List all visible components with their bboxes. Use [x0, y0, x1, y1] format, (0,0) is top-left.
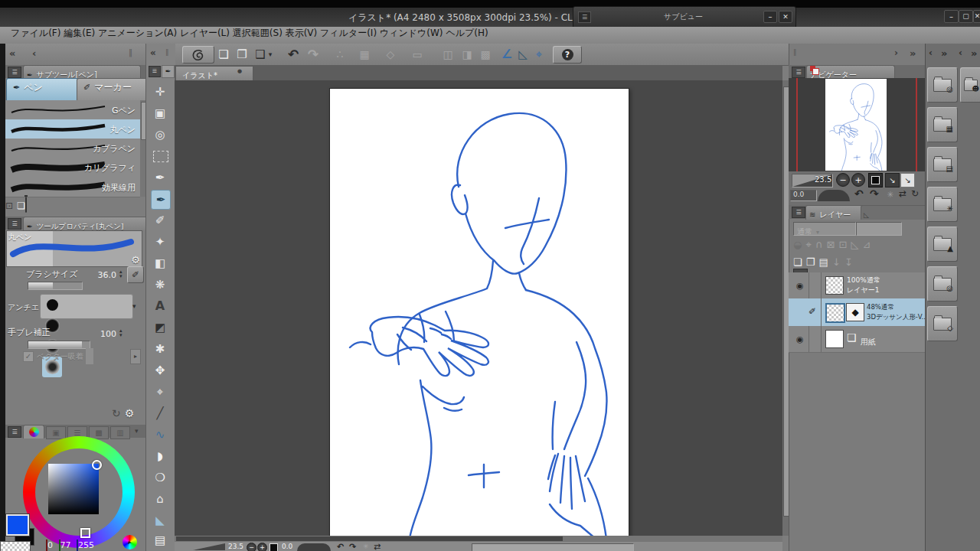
figure-tool-icon[interactable]: ◣ — [151, 511, 169, 530]
right-panel-handle[interactable]: ‖ — [793, 48, 797, 56]
new-folder-icon[interactable]: ▤ — [819, 256, 828, 268]
material-collapse-icon-2[interactable]: ‹ — [959, 47, 962, 58]
fill-tool-icon[interactable]: ✱ — [151, 340, 169, 358]
foreground-color-swatch[interactable] — [6, 514, 29, 536]
menu-layer[interactable]: レイヤー(L) — [180, 28, 230, 38]
toolprop-menu-icon[interactable]: ☰ — [8, 218, 21, 230]
select-all-icon[interactable]: ▦ — [357, 47, 372, 62]
nav-flip-horizontal-icon[interactable]: ⇄ — [899, 188, 906, 199]
brush-row-gpen[interactable]: Gペン — [5, 100, 140, 120]
panel-drag-handle[interactable]: ‖ — [129, 48, 132, 57]
layer-palette-icon[interactable]: ◒ — [793, 239, 802, 250]
layer1-thumbnail[interactable] — [825, 276, 844, 295]
antialias-none-option[interactable] — [42, 295, 62, 315]
layer-row-1[interactable]: ◉ 100%通常 レイヤー1 — [789, 272, 925, 299]
correct-line-tool-icon[interactable]: ∿ — [151, 425, 169, 444]
snap-expand-arrow[interactable]: ▸ — [130, 349, 141, 364]
gradient-tool-icon[interactable]: ◩ — [151, 318, 169, 337]
decoration-tool-icon[interactable]: ⌂ — [151, 490, 169, 508]
vector-snap-checkbox[interactable]: ✓ — [23, 351, 34, 362]
canvas-page[interactable] — [329, 88, 629, 540]
stepper-down-icon[interactable]: ▾ — [119, 333, 122, 337]
line-tool-icon[interactable]: ╱ — [151, 404, 169, 422]
menu-view[interactable]: 表示(V) — [286, 28, 318, 38]
save-dropdown-icon[interactable]: ▾ — [266, 49, 274, 60]
stabilize-slider[interactable] — [28, 341, 90, 349]
brush-row-marupen-selected[interactable]: 丸ペン — [5, 119, 140, 139]
nav-zoom-in-icon[interactable]: + — [851, 173, 865, 187]
menu-animation[interactable]: アニメーション(A) — [98, 28, 177, 38]
nav-fit-screen-icon[interactable]: ↘ — [900, 173, 915, 187]
collapse-left-panel-icon[interactable]: « — [9, 47, 15, 59]
layer-lock-icon[interactable]: ∩ — [815, 239, 823, 250]
material-tab-monochrome[interactable]: ▦ — [927, 107, 958, 142]
register-initial-settings-icon[interactable]: ⊡ — [5, 201, 13, 211]
brush-tool-icon[interactable]: ✐ — [151, 211, 169, 230]
canvas-viewport[interactable] — [175, 80, 782, 536]
snap-level-segment[interactable] — [92, 348, 93, 364]
create-subtool-icon[interactable]: ❏ — [17, 201, 25, 211]
sv-marker[interactable] — [92, 460, 102, 470]
invert-selection-icon[interactable]: ◇ — [383, 47, 398, 62]
tab-pen[interactable]: ✒ ペン — [6, 78, 83, 101]
blend-mode-dropdown[interactable]: 通常 ▾ — [793, 222, 856, 236]
eraser-tool-icon[interactable]: ◧ — [151, 254, 169, 272]
transfer-down-icon[interactable]: ↓ — [832, 256, 841, 268]
material-tab-pose[interactable]: ☻ — [960, 67, 980, 103]
reset-all-settings-icon[interactable]: ↻ — [112, 407, 121, 419]
stabilize-value[interactable]: 100 — [93, 329, 116, 339]
tool-menu-icon[interactable]: ☰ — [149, 66, 161, 77]
toolprop-tab[interactable]: ✒ ツールプロパティ[丸ペン] — [23, 217, 149, 230]
navigator-menu-icon[interactable]: ☰ — [792, 67, 805, 78]
delete-subtool-icon[interactable] — [25, 197, 27, 213]
tool-tab-icon[interactable]: ✒ — [162, 65, 175, 78]
collapse-subtool-icon[interactable]: ‹ — [32, 47, 36, 59]
layer3-visibility-eye-icon[interactable]: ◉ — [796, 334, 804, 344]
show-all-settings-wrench-icon[interactable]: ⚙ — [125, 407, 135, 419]
menu-selection[interactable]: 選択範囲(S) — [233, 28, 283, 38]
maximize-button[interactable]: ▢ — [959, 10, 973, 23]
brush-size-value[interactable]: 36.0 — [90, 270, 116, 280]
layer2-thumbnail[interactable] — [825, 303, 845, 323]
nav-zoom-100-icon[interactable] — [868, 173, 883, 187]
nav-rotate-right-icon[interactable]: ↷ — [870, 187, 879, 200]
brush-size-stepper[interactable]: ▴ ▾ — [119, 269, 122, 279]
material-tab-color[interactable]: ◎ — [927, 67, 958, 103]
brush-row-effect[interactable]: 効果線用 — [5, 177, 140, 197]
brush-list-scrollbar[interactable] — [140, 100, 145, 197]
saturation-value-square[interactable] — [48, 464, 99, 514]
material-collapse-icon[interactable]: ‹ — [929, 47, 933, 58]
color-menu-icon[interactable]: ☰ — [8, 426, 21, 438]
new-file-icon[interactable]: ❏ — [216, 47, 231, 62]
save-file-icon[interactable]: ❑ — [253, 47, 268, 62]
material-tab-3d[interactable]: ◇ — [927, 306, 958, 341]
new-layer-icon[interactable]: ❏ — [793, 256, 802, 268]
move-tool-icon[interactable]: ✛ — [151, 83, 169, 101]
document-tab-close-icon[interactable]: ● — [237, 68, 242, 74]
pen-tool-alt-icon[interactable]: ✒ — [151, 168, 169, 187]
menu-help[interactable]: ヘルプ(H) — [446, 28, 488, 38]
status-angle-slider[interactable] — [297, 543, 331, 551]
deselect-icon[interactable]: ∴ — [332, 47, 348, 62]
layer-draft-icon[interactable]: ⊡ — [838, 239, 847, 250]
layer-pin-icon[interactable]: ⌖ — [805, 239, 811, 250]
tab-layer-properties[interactable]: ◺ レイヤープロパティ — [861, 205, 929, 220]
balloon-tool-icon[interactable]: ◗ — [151, 447, 169, 465]
pen-pressure-button[interactable]: ✐ — [127, 266, 144, 283]
material-tab-download[interactable]: ◎ — [927, 266, 958, 302]
layer-row-2-selected[interactable]: ✐ ◆ 48%通常 3Dデッサン人形-V.. — [789, 298, 925, 327]
layer-ruler-pen-icon[interactable]: ⊿ — [863, 239, 871, 250]
nav-rotate-reset-icon[interactable]: ✳ — [887, 190, 893, 200]
subview-close-button[interactable]: ✕ — [779, 11, 792, 23]
stepper-down-icon[interactable]: ▾ — [119, 274, 122, 279]
menu-window[interactable]: ウィンドウ(W) — [380, 28, 443, 38]
status-flip-icon[interactable]: ⇄ — [374, 542, 381, 551]
material-tab-manga[interactable]: ▤ — [927, 147, 958, 182]
layer-opacity-field[interactable] — [856, 222, 902, 236]
tab-layers[interactable]: ≋ レイヤー — [805, 205, 864, 220]
selection-tool-icon[interactable] — [153, 151, 168, 162]
status-rotate-left-icon[interactable]: ↶ — [337, 542, 344, 551]
tab-color-wheel-selected[interactable] — [23, 425, 44, 439]
selection-border-icon[interactable]: ▭ — [410, 47, 425, 62]
minimize-button[interactable]: – — [944, 10, 959, 23]
